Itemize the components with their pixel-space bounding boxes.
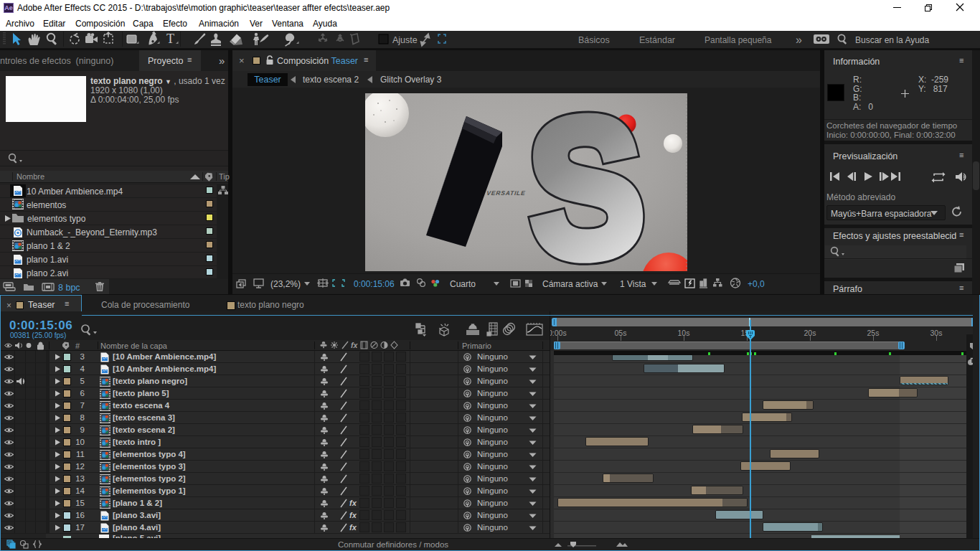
svg-text:Ajuste: Ajuste	[392, 35, 418, 45]
svg-text:Buscar en la Ayuda: Buscar en la Ayuda	[855, 35, 930, 45]
svg-text:Pantalla pequeña: Pantalla pequeña	[705, 35, 772, 45]
svg-text:Estándar: Estándar	[639, 35, 675, 45]
svg-text:(23,2%): (23,2%)	[270, 279, 301, 289]
svg-text:+0,0: +0,0	[748, 279, 765, 289]
svg-text:Cuarto: Cuarto	[450, 279, 476, 289]
svg-text:fx: fx	[351, 341, 358, 349]
svg-text:8 bpc: 8 bpc	[58, 283, 80, 293]
svg-text:»: »	[796, 34, 802, 46]
svg-text:Cámara activa: Cámara activa	[542, 279, 598, 289]
svg-text:0:00:15:06: 0:00:15:06	[354, 279, 395, 289]
svg-text:Básicos: Básicos	[578, 35, 610, 45]
svg-text:VERSATILE: VERSATILE	[486, 189, 526, 197]
svg-text:T: T	[166, 32, 174, 46]
svg-text:S: S	[524, 93, 648, 271]
svg-text:1 Vista: 1 Vista	[620, 279, 646, 289]
